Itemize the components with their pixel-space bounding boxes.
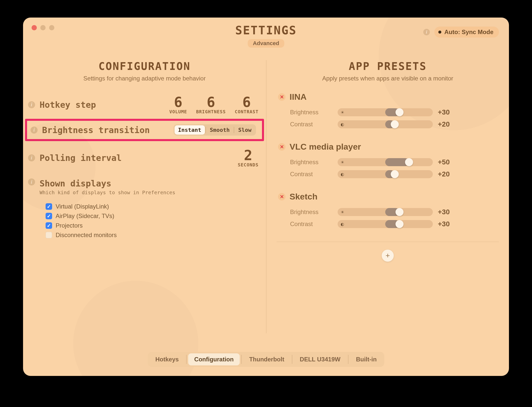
check-projectors[interactable]: ✓ Projectors xyxy=(46,222,266,229)
brightness-step[interactable]: 6 BRIGHTNESS xyxy=(196,95,226,114)
info-icon[interactable]: i xyxy=(28,101,35,108)
configuration-subtitle: Settings for changing adaptive mode beha… xyxy=(23,75,266,82)
tab-thunderbolt[interactable]: Thunderbolt xyxy=(243,353,290,365)
brightness-value: +30 xyxy=(438,208,455,216)
preset-name[interactable]: VLC media player xyxy=(290,142,361,152)
brightness-slider[interactable]: ☀ xyxy=(338,158,433,166)
checkbox-icon xyxy=(46,232,52,238)
tab-dell[interactable]: DELL U3419W xyxy=(294,353,346,365)
header-info-icon[interactable]: i xyxy=(423,29,430,35)
transition-segmented-control: Instant Smooth Slow xyxy=(174,124,256,136)
transition-smooth-option[interactable]: Smooth xyxy=(206,125,233,135)
brightness-slider[interactable]: ☀ xyxy=(338,208,433,216)
hotkey-step-row: i Hotkey step 6 VOLUME 6 BRIGHTNESS 6 CO… xyxy=(23,92,266,117)
configuration-title: CONFIGURATION xyxy=(23,60,266,72)
preset-name[interactable]: IINA xyxy=(290,92,307,102)
shown-displays-checklist: ✓ Virtual (DisplayLink) ✓ AirPlay (Sidec… xyxy=(46,203,266,239)
brightness-slider-row: Brightness ☀ +30 xyxy=(278,206,499,218)
preset-sketch: ✕ Sketch Brightness ☀ +30 Contrast ◐ xyxy=(277,192,499,230)
delete-preset-button[interactable]: ✕ xyxy=(278,193,286,200)
settings-window: i Auto: Sync Mode SETTINGS Advanced CONF… xyxy=(23,18,509,376)
delete-preset-button[interactable]: ✕ xyxy=(278,143,286,151)
contrast-value: +30 xyxy=(438,220,455,228)
bottom-tab-bar: Hotkeys Configuration Thunderbolt DELL U… xyxy=(148,352,384,367)
transition-slow-option[interactable]: Slow xyxy=(235,125,255,135)
brightness-value: +50 xyxy=(438,158,455,166)
checkbox-icon: ✓ xyxy=(46,222,52,229)
contrast-slider-row: Contrast ◐ +20 xyxy=(278,168,499,180)
tab-builtin[interactable]: Built-in xyxy=(350,353,383,365)
hotkey-step-label: Hotkey step xyxy=(40,100,96,110)
check-disconnected[interactable]: Disconnected monitors xyxy=(46,232,266,239)
check-virtual[interactable]: ✓ Virtual (DisplayLink) xyxy=(46,203,266,210)
contrast-step[interactable]: 6 CONTRAST xyxy=(235,95,258,114)
tab-configuration[interactable]: Configuration xyxy=(188,353,240,365)
preset-name[interactable]: Sketch xyxy=(290,192,318,201)
contrast-icon: ◐ xyxy=(341,122,344,127)
contrast-slider[interactable]: ◐ xyxy=(338,170,433,178)
tab-hotkeys[interactable]: Hotkeys xyxy=(149,353,185,365)
delete-preset-button[interactable]: ✕ xyxy=(278,93,286,101)
contrast-value: +20 xyxy=(438,170,455,178)
contrast-icon: ◐ xyxy=(341,172,344,177)
sun-icon: ☀ xyxy=(341,210,344,215)
mode-label: Auto: Sync Mode xyxy=(444,29,493,36)
check-airplay[interactable]: ✓ AirPlay (Sidecar, TVs) xyxy=(46,213,266,220)
window-controls xyxy=(32,25,54,30)
brightness-slider[interactable]: ☀ xyxy=(338,108,433,116)
zoom-window-button[interactable] xyxy=(49,25,54,30)
contrast-slider[interactable]: ◐ xyxy=(338,120,433,128)
mode-selector[interactable]: Auto: Sync Mode xyxy=(434,27,499,38)
volume-step[interactable]: 6 VOLUME xyxy=(169,95,187,114)
advanced-badge[interactable]: Advanced xyxy=(248,39,284,48)
mode-indicator-dot xyxy=(438,31,441,34)
divider xyxy=(277,242,499,242)
close-window-button[interactable] xyxy=(32,25,37,30)
transition-instant-option[interactable]: Instant xyxy=(175,125,205,135)
contrast-slider[interactable]: ◐ xyxy=(338,220,433,228)
preset-vlc: ✕ VLC media player Brightness ☀ +50 Cont… xyxy=(277,142,499,180)
checkbox-icon: ✓ xyxy=(46,213,52,219)
brightness-slider-row: Brightness ☀ +50 xyxy=(278,156,499,168)
contrast-slider-row: Contrast ◐ +30 xyxy=(278,218,499,230)
minimize-window-button[interactable] xyxy=(40,25,46,30)
sun-icon: ☀ xyxy=(341,160,344,165)
polling-interval-value[interactable]: 2 SECONDS xyxy=(238,148,258,167)
add-preset-button[interactable]: + xyxy=(382,250,394,262)
sun-icon: ☀ xyxy=(341,110,344,115)
contrast-icon: ◐ xyxy=(341,222,344,227)
